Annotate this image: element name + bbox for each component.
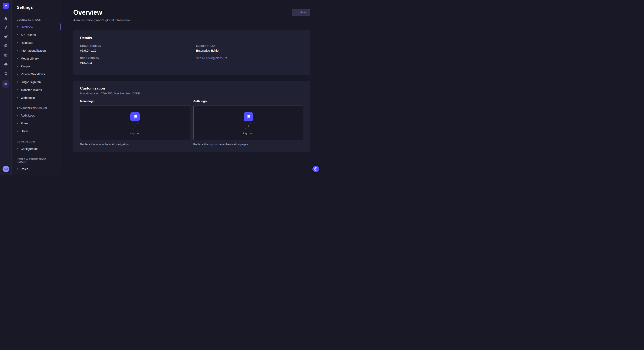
- sidebar-item-transfer-tokens[interactable]: Transfer Tokens: [17, 86, 56, 94]
- icon-rail: KD: [0, 0, 12, 175]
- logo-filename: logo.png: [130, 132, 140, 135]
- paper-plane-icon[interactable]: [2, 34, 9, 39]
- sidebar-item-webhooks[interactable]: Webhooks: [17, 94, 56, 102]
- details-grid: STRAPI VERSION v5.0.0-rc.19 NODE VERSION…: [80, 40, 303, 64]
- customization-card: Customization Max dimension: 750×750, Ma…: [73, 81, 310, 152]
- layout-icon[interactable]: [2, 52, 9, 58]
- pricing-plans-link[interactable]: See all pricing plans: [196, 56, 228, 60]
- bullet-icon: [17, 169, 18, 170]
- upload-tile-menu-logo: Menu logo +logo.pngReplace the logo in t…: [80, 100, 190, 146]
- help-button[interactable]: ?: [312, 166, 319, 172]
- field-label: STRAPI VERSION: [80, 45, 188, 47]
- gear-icon[interactable]: [2, 80, 9, 88]
- sidebar-item-overview[interactable]: Overview: [17, 23, 56, 31]
- field-value: v18.20.3: [80, 61, 188, 64]
- bullet-icon: [17, 81, 18, 82]
- sidebar-title: Settings: [17, 5, 56, 10]
- sidebar-item-releases[interactable]: Releases: [17, 39, 56, 47]
- bullet-icon: [17, 74, 18, 75]
- add-logo-button[interactable]: +: [245, 123, 251, 129]
- sidebar-item-label: Media Library: [21, 57, 39, 60]
- save-button[interactable]: Save: [292, 9, 310, 16]
- sidebar-item-label: Audit Logs: [21, 114, 35, 117]
- sidebar-item-internationalization[interactable]: Internationalization: [17, 47, 56, 54]
- sidebar-item-label: Configuration: [21, 147, 38, 151]
- upload-label: Auth logo: [193, 100, 304, 103]
- bullet-icon: [17, 148, 18, 149]
- bullet-icon: [17, 131, 18, 132]
- bullet-icon: [17, 50, 18, 51]
- sidebar-item-label: Roles: [21, 122, 28, 125]
- details-title: Details: [80, 36, 303, 40]
- sidebar-item-label: Releases: [21, 41, 33, 44]
- sidebar-item-users[interactable]: Users: [17, 127, 56, 135]
- sidebar-item-single-sign-on[interactable]: Single Sign-On: [17, 78, 56, 86]
- sidebar-item-label: API Tokens: [21, 33, 36, 37]
- bullet-icon: [17, 42, 18, 43]
- avatar[interactable]: KD: [2, 166, 9, 172]
- save-button-label: Save: [300, 11, 306, 14]
- sidebar-item-media-library[interactable]: Media Library: [17, 54, 56, 62]
- sidebar-item-label: Webhooks: [21, 96, 35, 100]
- sidebar-item-label: Users: [21, 130, 28, 133]
- upload-grid: Menu logo +logo.pngReplace the logo in t…: [80, 100, 303, 146]
- nav-list: RolesProviders: [17, 165, 56, 175]
- bullet-icon: [17, 66, 18, 67]
- sidebar-item-label: Roles: [21, 167, 28, 171]
- page-header: Overview Save: [73, 9, 310, 16]
- active-indicator: [60, 23, 61, 30]
- add-logo-button[interactable]: +: [132, 123, 138, 129]
- external-link-icon: [224, 57, 228, 59]
- home-icon[interactable]: [2, 16, 9, 21]
- sidebar-item-api-tokens[interactable]: API Tokens: [17, 31, 56, 39]
- sidebar-item-configuration[interactable]: Configuration: [17, 145, 56, 153]
- sidebar-item-label: Overview: [21, 25, 33, 29]
- sidebar-item-label: Transfer Tokens: [21, 88, 42, 92]
- nav-list: Audit LogsRolesUsers: [17, 111, 56, 135]
- images-icon[interactable]: [2, 43, 9, 49]
- strapi-logo-icon: [244, 112, 253, 121]
- logo-filename: logo.png: [243, 132, 254, 135]
- svg-text:?: ?: [315, 168, 316, 170]
- sidebar-item-providers[interactable]: Providers: [17, 173, 56, 175]
- pricing-plans-link-label: See all pricing plans: [196, 56, 222, 60]
- strapi-logo-icon[interactable]: [3, 3, 9, 9]
- cloud-icon[interactable]: [2, 61, 9, 67]
- nav-section-label: GLOBAL SETTINGS: [17, 18, 56, 21]
- sidebar-item-roles[interactable]: Roles: [17, 119, 56, 127]
- bullet-icon: [17, 58, 18, 59]
- main-content: Overview Save Administration panel’s glo…: [61, 0, 322, 175]
- sidebar-item-roles[interactable]: Roles: [17, 165, 56, 173]
- page-title: Overview: [73, 9, 102, 16]
- sidebar-item-label: Internationalization: [21, 49, 46, 52]
- bullet-icon: [17, 34, 18, 35]
- sidebar-item-review-workflows[interactable]: Review Workflows: [17, 70, 56, 78]
- sidebar-item-plugins[interactable]: Plugins: [17, 62, 56, 70]
- rail-nav: [2, 16, 9, 88]
- field-label: NODE VERSION: [80, 57, 188, 59]
- settings-sidebar: Settings GLOBAL SETTINGSOverviewAPI Toke…: [12, 0, 61, 175]
- check-icon: [296, 11, 298, 14]
- rail-bottom: KD: [0, 163, 12, 175]
- field-label: CURRENT PLAN: [196, 45, 303, 47]
- sidebar-item-label: Plugins: [21, 65, 30, 68]
- upload-dropzone[interactable]: +logo.png: [80, 105, 190, 140]
- feather-icon[interactable]: [2, 25, 9, 30]
- bullet-icon: [17, 123, 18, 124]
- strapi-logo-icon: [130, 112, 140, 121]
- customization-subtitle: Max dimension: 750×750, Max file size: 1…: [80, 92, 303, 95]
- bullet-icon: [17, 115, 18, 116]
- bullet-icon: [17, 26, 18, 27]
- settings-nav: GLOBAL SETTINGSOverviewAPI TokensRelease…: [17, 18, 56, 175]
- sidebar-item-label: Single Sign-On: [21, 80, 41, 84]
- field-value: v5.0.0-rc.19: [80, 49, 188, 52]
- sidebar-item-audit-logs[interactable]: Audit Logs: [17, 111, 56, 119]
- title-divider: [17, 13, 22, 13]
- details-card: Details STRAPI VERSION v5.0.0-rc.19 NODE…: [73, 30, 310, 75]
- upload-tile-auth-logo: Auth logo +logo.pngReplace the logo in t…: [193, 100, 304, 146]
- upload-hint: Replace the logo in the authentication p…: [193, 143, 304, 146]
- nav-section-label: EMAIL PLUGIN: [17, 140, 56, 143]
- upload-dropzone[interactable]: +logo.png: [193, 105, 304, 140]
- cart-icon[interactable]: [2, 71, 9, 76]
- nav-list: OverviewAPI TokensReleasesInternationali…: [17, 23, 56, 102]
